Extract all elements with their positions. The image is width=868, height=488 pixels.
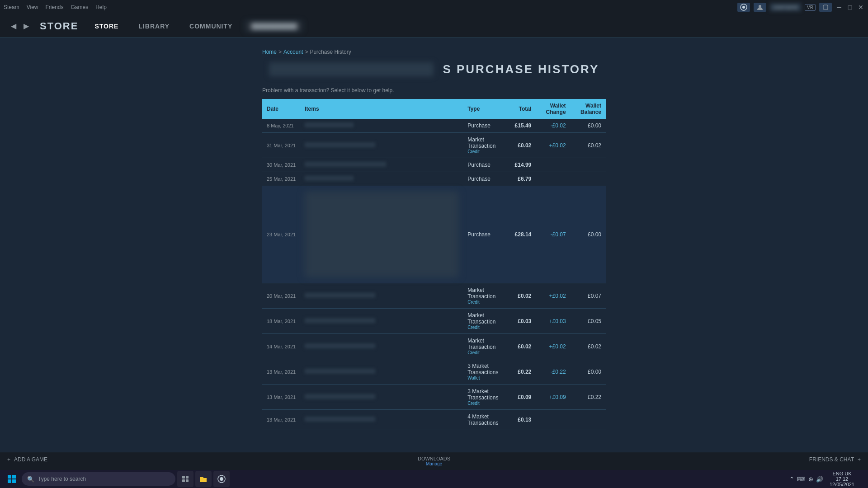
row-wallet-balance	[571, 158, 606, 172]
svg-point-13	[220, 477, 223, 481]
col-date: Date	[262, 99, 300, 119]
table-row[interactable]: 20 Mar, 2021 Market TransactionCredit £0…	[262, 283, 606, 309]
forward-button[interactable]: ▶	[20, 20, 33, 33]
row-wallet-balance: £0.00	[571, 186, 606, 283]
menu-games[interactable]: Games	[71, 4, 89, 10]
search-icon: 🔍	[27, 476, 34, 483]
row-type: Purchase	[463, 158, 510, 172]
chevron-up-icon[interactable]: ⌃	[789, 476, 794, 483]
breadcrumb-sep1: >	[278, 49, 282, 55]
svg-rect-3	[823, 5, 828, 9]
row-date: 14 Mar, 2021	[262, 334, 300, 359]
table-row[interactable]: 13 Mar, 2021 3 Market TransactionsWallet…	[262, 359, 606, 385]
menu-view[interactable]: View	[27, 4, 38, 10]
nav-items: STORE LIBRARY COMMUNITY	[85, 14, 241, 38]
breadcrumb-sep2: >	[305, 49, 308, 55]
taskbar-left: 🔍 Type here to search	[4, 471, 230, 487]
row-type: Market TransactionCredit	[463, 334, 510, 359]
menu-help[interactable]: Help	[95, 4, 107, 10]
svg-rect-8	[182, 476, 185, 479]
row-wallet-balance: £0.00	[571, 119, 606, 133]
show-desktop-button[interactable]	[861, 471, 864, 487]
row-items	[300, 119, 463, 133]
breadcrumb-account[interactable]: Account	[283, 49, 303, 55]
row-date: 13 Mar, 2021	[262, 385, 300, 410]
username-blurred: █████████████████	[269, 62, 434, 76]
search-bar[interactable]: 🔍 Type here to search	[22, 472, 175, 486]
row-date: 13 Mar, 2021	[262, 359, 300, 385]
table-row[interactable]: 23 Mar, 2021 Purchase £28.14 -£0.07 £0.0…	[262, 186, 606, 283]
steam-taskbar-button[interactable]	[213, 471, 230, 487]
table-row[interactable]: 30 Mar, 2021 Purchase £14.99	[262, 158, 606, 172]
table-row[interactable]: 13 Mar, 2021 3 Market TransactionsCredit…	[262, 385, 606, 410]
row-items	[300, 158, 463, 172]
store-logo[interactable]: STORE	[40, 20, 78, 32]
downloads-button[interactable]: DOWNLOADS Manage	[410, 456, 458, 466]
nav-username[interactable]: ████████████	[245, 21, 303, 32]
add-game-label: ADD A GAME	[14, 456, 47, 463]
page-container: Home > Account > Purchase History ██████…	[262, 49, 606, 430]
row-date: 31 Mar, 2021	[262, 133, 300, 158]
network-icon[interactable]: ⊕	[808, 476, 813, 483]
row-wallet-balance: £0.02	[571, 133, 606, 158]
row-items	[300, 309, 463, 334]
row-wallet-balance: £0.02	[571, 334, 606, 359]
notification-icon[interactable]	[819, 3, 832, 12]
main-content: Home > Account > Purchase History ██████…	[0, 38, 868, 470]
maximize-button[interactable]: □	[846, 4, 854, 11]
row-wallet-change: -£0.02	[536, 119, 570, 133]
row-type: Purchase	[463, 119, 510, 133]
task-view-button[interactable]	[177, 471, 193, 487]
row-total: £0.02	[510, 283, 536, 309]
friends-chat-label: FRIENDS & CHAT	[809, 456, 854, 463]
row-wallet-balance: £0.05	[571, 309, 606, 334]
vr-button[interactable]: VR	[805, 4, 816, 11]
row-total: £0.13	[510, 410, 536, 430]
close-button[interactable]: ✕	[857, 4, 864, 11]
add-game-button[interactable]: + ADD A GAME	[7, 456, 47, 463]
time-display: 17:12	[836, 476, 849, 482]
table-row[interactable]: 8 May, 2021 Purchase £15.49 -£0.02 £0.00	[262, 119, 606, 133]
downloads-label: DOWNLOADS	[418, 456, 450, 461]
nav-community[interactable]: COMMUNITY	[180, 14, 241, 38]
row-wallet-balance	[571, 172, 606, 186]
table-row[interactable]: 13 Mar, 2021 4 Market Transactions £0.13	[262, 410, 606, 430]
menu-steam[interactable]: Steam	[4, 4, 19, 10]
table-row[interactable]: 14 Mar, 2021 Market TransactionCredit £0…	[262, 334, 606, 359]
row-items	[300, 334, 463, 359]
row-type: 3 Market TransactionsWallet	[463, 359, 510, 385]
friends-chat-icon: +	[858, 456, 861, 463]
start-button[interactable]	[4, 471, 20, 487]
breadcrumb-current: Purchase History	[310, 49, 351, 55]
friends-chat-button[interactable]: FRIENDS & CHAT +	[809, 456, 861, 463]
table-row[interactable]: 31 Mar, 2021 Market TransactionCredit £0…	[262, 133, 606, 158]
row-total: £0.03	[510, 309, 536, 334]
manage-label: Manage	[426, 461, 442, 466]
row-date: 13 Mar, 2021	[262, 410, 300, 430]
row-total: £14.99	[510, 158, 536, 172]
breadcrumb-home[interactable]: Home	[262, 49, 277, 55]
table-row[interactable]: 25 Mar, 2021 Purchase £6.79	[262, 172, 606, 186]
minimize-button[interactable]: ─	[835, 4, 843, 11]
user-icon	[754, 3, 766, 12]
clock-area[interactable]: ENG UK 17:12 12/05/2021	[827, 470, 857, 488]
add-game-icon: +	[7, 456, 10, 463]
tb-username[interactable]: username	[770, 3, 801, 11]
nav-library[interactable]: LIBRARY	[129, 14, 179, 38]
volume-icon[interactable]: 🔊	[816, 476, 823, 483]
menu-friends[interactable]: Friends	[45, 4, 63, 10]
table-row[interactable]: 18 Mar, 2021 Market TransactionCredit £0…	[262, 309, 606, 334]
col-wallet-balance: Wallet Balance	[571, 99, 606, 119]
row-wallet-balance	[571, 410, 606, 430]
row-date: 20 Mar, 2021	[262, 283, 300, 309]
row-items	[300, 283, 463, 309]
row-date: 25 Mar, 2021	[262, 172, 300, 186]
nav-store[interactable]: STORE	[85, 14, 127, 38]
back-button[interactable]: ◀	[7, 20, 20, 33]
file-explorer-button[interactable]	[195, 471, 212, 487]
row-wallet-change: +£0.09	[536, 385, 570, 410]
row-type: Purchase	[463, 172, 510, 186]
row-date: 18 Mar, 2021	[262, 309, 300, 334]
purchase-table: Date Items Type Total Wallet Change Wall…	[262, 99, 606, 430]
row-wallet-change	[536, 158, 570, 172]
